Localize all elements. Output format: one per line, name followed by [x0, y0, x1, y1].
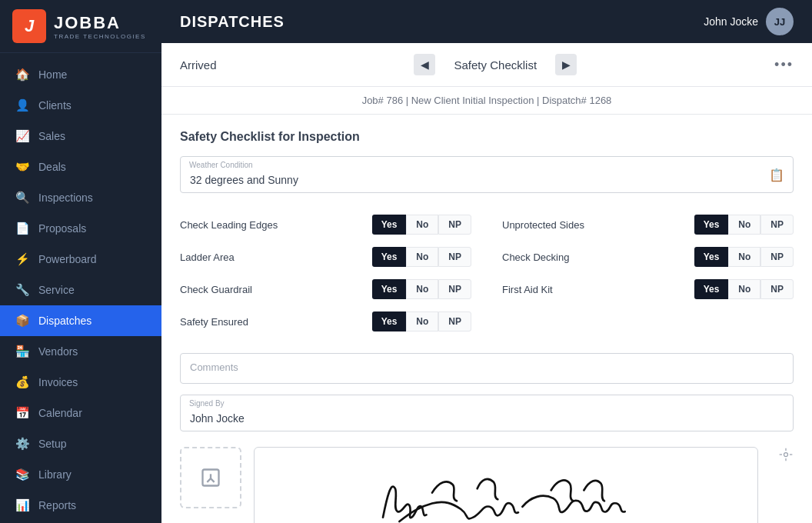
- calendar-icon: 📅: [15, 406, 29, 420]
- left-checks: Check Leading Edges Yes No NP Ladder Are…: [180, 208, 471, 338]
- sidebar-label-inspections: Inspections: [38, 192, 93, 204]
- check-row: Unprotected Sides Yes No NP: [502, 208, 794, 241]
- ladder-area-np[interactable]: NP: [438, 247, 471, 267]
- topbar: DISPATCHES John Jocke JJ: [161, 0, 812, 43]
- signed-by-input[interactable]: [180, 395, 794, 431]
- sidebar-item-deals[interactable]: 🤝 Deals: [0, 152, 161, 182]
- check-decking-np[interactable]: NP: [760, 247, 794, 267]
- ladder-area-yes[interactable]: Yes: [372, 247, 407, 267]
- deals-icon: 🤝: [15, 160, 29, 174]
- check-leading-edges-no[interactable]: No: [406, 215, 438, 235]
- sidebar-item-setup[interactable]: ⚙️ Setup: [0, 428, 161, 459]
- right-checks: Unprotected Sides Yes No NP Check Deckin…: [502, 208, 794, 338]
- sidebar: J JOBBA TRADE TECHNOLOGIES 🏠 Home 👤 Clie…: [0, 0, 161, 523]
- sidebar-label-setup: Setup: [38, 438, 67, 450]
- check-decking-label: Check Decking: [502, 252, 687, 263]
- ladder-area-buttons: Yes No NP: [372, 247, 471, 267]
- sidebar-label-deals: Deals: [38, 161, 66, 173]
- sidebar-item-vendors[interactable]: 🏪 Vendors: [0, 336, 161, 367]
- safety-ensured-np[interactable]: NP: [438, 311, 471, 331]
- sidebar-item-powerboard[interactable]: ⚡ Powerboard: [0, 244, 161, 275]
- content-area: Arrived ◀ Safety Checklist ▶ ••• Job# 78…: [161, 43, 812, 523]
- sidebar-item-reports[interactable]: 📊 Reports: [0, 490, 161, 521]
- clients-icon: 👤: [15, 98, 29, 112]
- sidebar-item-proposals[interactable]: 📄 Proposals: [0, 213, 161, 244]
- sidebar-item-library[interactable]: 📚 Library: [0, 459, 161, 490]
- ladder-area-no[interactable]: No: [406, 247, 438, 267]
- weather-field: Weather Condition 📋: [180, 156, 794, 193]
- sidebar-label-sales: Sales: [38, 130, 65, 142]
- setup-icon: ⚙️: [15, 437, 29, 451]
- arrived-bar: Arrived ◀ Safety Checklist ▶ •••: [161, 43, 812, 87]
- service-icon: 🔧: [15, 283, 29, 297]
- sidebar-item-invoices[interactable]: 💰 Invoices: [0, 367, 161, 398]
- sidebar-label-service: Service: [38, 284, 75, 296]
- first-aid-kit-no[interactable]: No: [728, 279, 760, 299]
- next-checklist-button[interactable]: ▶: [555, 54, 577, 75]
- unprotected-sides-np[interactable]: NP: [760, 215, 794, 235]
- first-aid-kit-np[interactable]: NP: [760, 279, 794, 299]
- main-area: DISPATCHES John Jocke JJ Arrived ◀ Safet…: [161, 0, 812, 523]
- sidebar-item-calendar[interactable]: 📅 Calendar: [0, 398, 161, 428]
- check-guardrail-no[interactable]: No: [406, 279, 438, 299]
- sidebar-label-library: Library: [38, 468, 72, 481]
- logo-main: JOBBA: [54, 13, 146, 33]
- logo-icon: J: [12, 9, 46, 43]
- checklist-nav: ◀ Safety Checklist ▶: [414, 54, 577, 75]
- sidebar-nav: 🏠 Home 👤 Clients 📈 Sales 🤝 Deals 🔍 Inspe…: [0, 53, 161, 523]
- unprotected-sides-buttons: Yes No NP: [694, 215, 794, 235]
- safety-ensured-yes[interactable]: Yes: [372, 311, 407, 331]
- check-row: Safety Ensured Yes No NP: [180, 305, 471, 338]
- check-row: Check Decking Yes No NP: [502, 241, 794, 273]
- first-aid-kit-yes[interactable]: Yes: [694, 279, 729, 299]
- check-decking-buttons: Yes No NP: [694, 247, 794, 267]
- check-leading-edges-label: Check Leading Edges: [180, 219, 364, 231]
- more-options-button[interactable]: •••: [774, 57, 794, 73]
- check-guardrail-yes[interactable]: Yes: [372, 279, 407, 299]
- form-title: Safety Checklist for Inspection: [180, 130, 794, 144]
- check-row: Check Guardrail Yes No NP: [180, 273, 471, 305]
- prev-checklist-button[interactable]: ◀: [414, 54, 435, 75]
- weather-input[interactable]: [180, 156, 794, 193]
- check-row: Check Leading Edges Yes No NP: [180, 208, 471, 241]
- logo-text: JOBBA TRADE TECHNOLOGIES: [54, 13, 146, 40]
- sidebar-label-vendors: Vendors: [38, 345, 78, 358]
- check-row: Ladder Area Yes No NP: [180, 241, 471, 273]
- first-aid-kit-label: First Aid Kit: [502, 284, 687, 295]
- proposals-icon: 📄: [15, 222, 29, 235]
- sidebar-item-clients[interactable]: 👤 Clients: [0, 90, 161, 121]
- sidebar-item-service[interactable]: 🔧 Service: [0, 275, 161, 305]
- unprotected-sides-no[interactable]: No: [728, 215, 760, 235]
- checklist-title: Safety Checklist: [441, 58, 549, 72]
- check-decking-no[interactable]: No: [728, 247, 760, 267]
- sidebar-label-proposals: Proposals: [38, 222, 86, 235]
- sidebar-label-clients: Clients: [38, 99, 72, 112]
- check-decking-yes[interactable]: Yes: [694, 247, 729, 267]
- signed-by-label: Signed By: [189, 399, 225, 408]
- user-area: John Jocke JJ: [704, 8, 794, 35]
- checklist-grid: Check Leading Edges Yes No NP Ladder Are…: [180, 208, 794, 338]
- logo-area: J JOBBA TRADE TECHNOLOGIES: [0, 0, 161, 53]
- check-leading-edges-yes[interactable]: Yes: [372, 215, 407, 235]
- sidebar-item-inspections[interactable]: 🔍 Inspections: [0, 182, 161, 213]
- unprotected-sides-yes[interactable]: Yes: [694, 215, 729, 235]
- check-guardrail-np[interactable]: NP: [438, 279, 471, 299]
- invoices-icon: 💰: [15, 375, 29, 389]
- sidebar-item-dispatches[interactable]: 📦 Dispatches: [0, 305, 161, 336]
- sidebar-label-invoices: Invoices: [38, 376, 78, 388]
- safety-ensured-no[interactable]: No: [406, 311, 438, 331]
- reports-icon: 📊: [15, 498, 29, 512]
- sidebar-item-home[interactable]: 🏠 Home: [0, 59, 161, 90]
- sidebar-item-sales[interactable]: 📈 Sales: [0, 121, 161, 152]
- svg-point-1: [784, 453, 788, 457]
- check-guardrail-buttons: Yes No NP: [372, 279, 471, 299]
- check-leading-edges-np[interactable]: NP: [438, 215, 471, 235]
- arrived-label: Arrived: [180, 58, 217, 72]
- sig-upload-button[interactable]: [180, 447, 241, 508]
- sidebar-label-reports: Reports: [38, 499, 76, 511]
- sidebar-label-home: Home: [38, 68, 67, 81]
- first-aid-kit-buttons: Yes No NP: [694, 279, 794, 299]
- comments-field[interactable]: Comments: [180, 353, 794, 384]
- signature-box: [254, 447, 758, 523]
- home-icon: 🏠: [15, 68, 29, 82]
